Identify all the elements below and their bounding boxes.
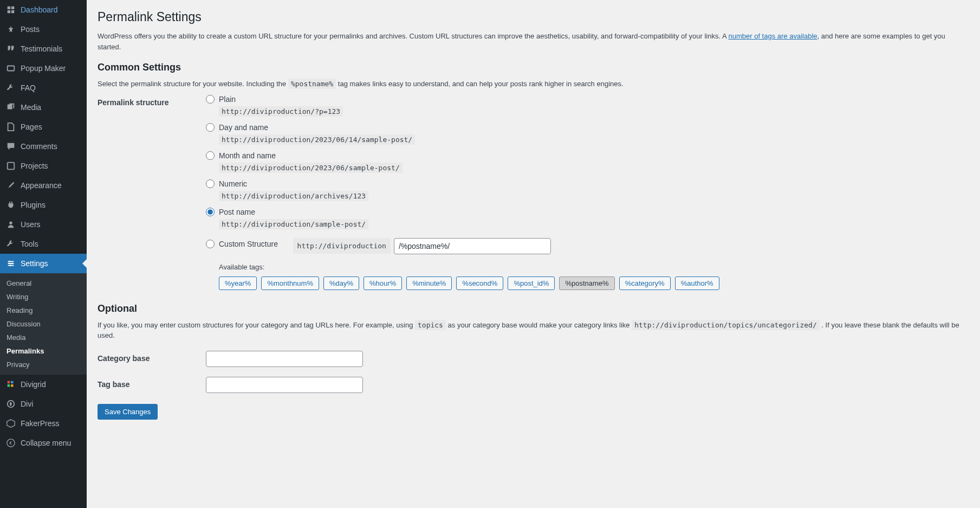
radio-custom-input[interactable]	[206, 240, 215, 248]
radio-day-name[interactable]: Day and name	[206, 123, 268, 132]
custom-structure-input[interactable]	[394, 238, 551, 254]
sidebar-item-projects[interactable]: Projects	[0, 156, 87, 176]
svg-rect-8	[8, 384, 10, 387]
sidebar-item-posts[interactable]: Posts	[0, 20, 87, 39]
radio-custom-label: Custom Structure	[219, 240, 278, 248]
radio-postname-label: Post name	[219, 208, 255, 216]
tag-second[interactable]: %second%	[456, 276, 503, 290]
sidebar-item-settings[interactable]: Settings	[0, 254, 87, 273]
sidebar-item-label: Appearance	[21, 181, 62, 190]
settings-submenu: General Writing Reading Discussion Media…	[0, 273, 87, 375]
sidebar-item-plugins[interactable]: Plugins	[0, 195, 87, 215]
sidebar-item-faq[interactable]: FAQ	[0, 78, 87, 98]
radio-plain-input[interactable]	[206, 95, 215, 104]
svg-rect-9	[11, 384, 14, 387]
brush-icon	[5, 180, 16, 191]
tag-base-input[interactable]	[206, 377, 363, 393]
sidebar-item-label: Comments	[21, 142, 57, 151]
tags-available-link[interactable]: number of tags are available	[728, 32, 817, 40]
radio-numeric-label: Numeric	[219, 179, 247, 188]
month-example: http://diviproduction/2023/06/sample-pos…	[219, 163, 403, 173]
sidebar-item-label: Projects	[21, 162, 48, 170]
sidebar-item-collapse[interactable]: Collapse menu	[0, 433, 87, 453]
plug-icon	[5, 200, 16, 210]
submenu-permalinks[interactable]: Permalinks	[0, 344, 87, 358]
media-icon	[5, 102, 16, 113]
available-tags-label: Available tags:	[219, 263, 969, 271]
tag-hour[interactable]: %hour%	[364, 276, 402, 290]
fakerpress-icon	[5, 418, 16, 429]
admin-sidebar: Dashboard Posts Testimonials Popup Maker…	[0, 0, 87, 508]
radio-day-label: Day and name	[219, 123, 268, 132]
radio-custom[interactable]: Custom Structure	[206, 240, 278, 248]
submenu-reading[interactable]: Reading	[0, 304, 87, 317]
sidebar-item-label: Plugins	[21, 201, 46, 209]
comment-icon	[5, 141, 16, 152]
submenu-media[interactable]: Media	[0, 331, 87, 344]
projects-icon	[5, 160, 16, 171]
svg-rect-0	[8, 66, 15, 71]
sidebar-item-testimonials[interactable]: Testimonials	[0, 39, 87, 59]
tag-category[interactable]: %category%	[619, 276, 671, 290]
radio-postname[interactable]: Post name	[206, 208, 255, 216]
sidebar-item-divigrid[interactable]: Divigrid	[0, 375, 87, 394]
sidebar-item-label: Testimonials	[21, 44, 62, 53]
category-base-input[interactable]	[206, 351, 363, 367]
sidebar-item-divi[interactable]: Divi	[0, 394, 87, 414]
page-icon	[5, 121, 16, 132]
quote-icon	[5, 43, 16, 54]
radio-month-input[interactable]	[206, 151, 215, 160]
sidebar-item-label: Pages	[21, 123, 42, 131]
sidebar-item-media[interactable]: Media	[0, 98, 87, 117]
tag-year[interactable]: %year%	[219, 276, 257, 290]
sidebar-item-users[interactable]: Users	[0, 215, 87, 234]
sidebar-item-appearance[interactable]: Appearance	[0, 176, 87, 195]
common-settings-desc: Select the permalink structure for your …	[98, 79, 969, 89]
radio-plain[interactable]: Plain	[206, 95, 236, 104]
sidebar-item-popup-maker[interactable]: Popup Maker	[0, 59, 87, 78]
radio-day-input[interactable]	[206, 123, 215, 132]
submenu-general[interactable]: General	[0, 276, 87, 290]
topics-code: topics	[415, 320, 446, 330]
submenu-writing[interactable]: Writing	[0, 290, 87, 304]
radio-month-name[interactable]: Month and name	[206, 151, 276, 160]
sidebar-item-label: Popup Maker	[21, 64, 66, 73]
permalink-structure-label: Permalink structure	[98, 95, 206, 293]
sidebar-item-tools[interactable]: Tools	[0, 234, 87, 254]
sidebar-item-pages[interactable]: Pages	[0, 117, 87, 137]
sidebar-item-dashboard[interactable]: Dashboard	[0, 0, 87, 20]
submenu-discussion[interactable]: Discussion	[0, 317, 87, 331]
tag-minute[interactable]: %minute%	[406, 276, 452, 290]
tag-author[interactable]: %author%	[675, 276, 719, 290]
sidebar-item-comments[interactable]: Comments	[0, 137, 87, 156]
svg-point-4	[11, 263, 13, 265]
optional-desc: If you like, you may enter custom struct…	[98, 320, 969, 341]
svg-point-5	[10, 265, 11, 266]
category-base-label: Category base	[98, 351, 206, 367]
available-tags: %year% %monthnum% %day% %hour% %minute% …	[219, 276, 969, 290]
wrench-icon	[5, 82, 16, 93]
submenu-privacy[interactable]: Privacy	[0, 358, 87, 371]
optional-heading: Optional	[98, 303, 969, 314]
svg-rect-1	[8, 163, 15, 170]
radio-postname-input[interactable]	[206, 208, 215, 216]
radio-numeric[interactable]: Numeric	[206, 179, 247, 188]
plain-example: http://diviproduction/?p=123	[219, 106, 343, 117]
tag-postname[interactable]: %postname%	[559, 276, 614, 290]
common-settings-heading: Common Settings	[98, 62, 969, 73]
sidebar-item-label: Collapse menu	[21, 439, 71, 447]
numeric-example: http://diviproduction/archives/123	[219, 191, 368, 201]
sidebar-item-label: Divigrid	[21, 380, 46, 389]
sidebar-item-label: FakerPress	[21, 419, 60, 428]
tag-day[interactable]: %day%	[323, 276, 359, 290]
svg-rect-7	[11, 381, 14, 384]
day-example: http://diviproduction/2023/06/14/sample-…	[219, 134, 415, 145]
collapse-icon	[5, 438, 16, 448]
postname-example: http://diviproduction/sample-post/	[219, 219, 368, 229]
tag-postid[interactable]: %post_id%	[508, 276, 555, 290]
radio-numeric-input[interactable]	[206, 179, 215, 188]
tag-monthnum[interactable]: %monthnum%	[261, 276, 319, 290]
sidebar-item-fakerpress[interactable]: FakerPress	[0, 414, 87, 433]
save-changes-button[interactable]: Save Changes	[98, 404, 158, 420]
radio-month-label: Month and name	[219, 151, 276, 160]
